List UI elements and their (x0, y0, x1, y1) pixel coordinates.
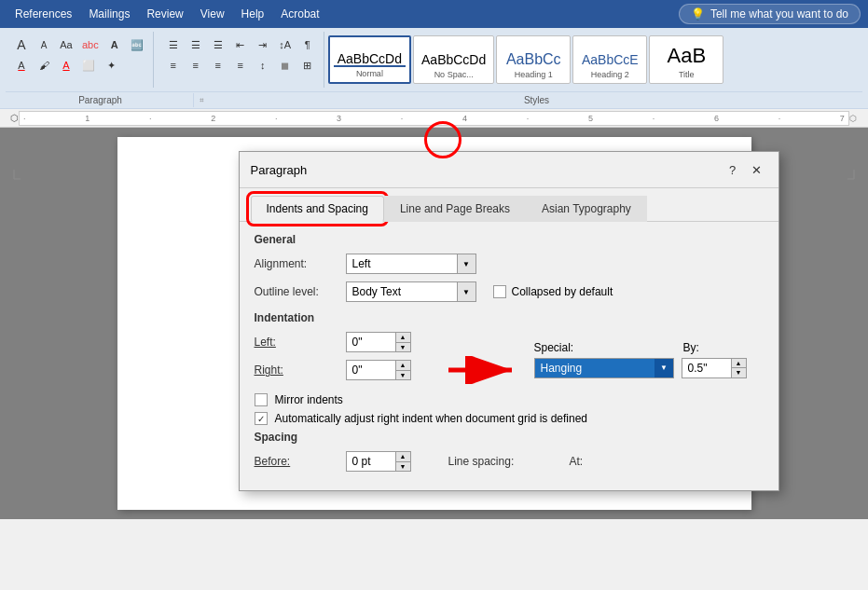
dialog-controls: ? ✕ (723, 159, 767, 180)
outline-combo[interactable]: Body Text ▼ (346, 281, 476, 302)
tab-asian-typography[interactable]: Asian Typography (526, 196, 647, 222)
paragraph-group-label: Paragraph (7, 93, 194, 107)
special-dropdown-btn[interactable]: ▼ (654, 359, 673, 377)
style-title[interactable]: AaB Title (649, 35, 723, 84)
right-indent-down-btn[interactable]: ▼ (396, 371, 410, 380)
multilevel-btn[interactable]: ☰ (208, 35, 228, 54)
style-no-spacing[interactable]: AaBbCcDd No Spac... (413, 35, 494, 84)
paragraph-dialog[interactable]: Paragraph ? ✕ Indents and Spacing Line a… (239, 151, 779, 491)
before-down-btn[interactable]: ▼ (396, 462, 410, 472)
collapsed-checkbox[interactable] (493, 285, 506, 298)
bullets-btn[interactable]: ☰ (163, 35, 184, 54)
menu-help[interactable]: Help (234, 4, 272, 24)
dialog-content: General Alignment: Left ▼ Outline level:… (240, 222, 778, 490)
style-h2-label: Heading 2 (591, 70, 629, 79)
paragraph-expand-btn[interactable]: ⌗ (194, 96, 209, 105)
line-spacing-btn[interactable]: ↕ (253, 56, 273, 75)
bold-char-btn[interactable]: A (104, 35, 125, 54)
tell-me-bar[interactable]: 💡 Tell me what you want to do (679, 4, 861, 24)
right-indent-spinners: ▲ ▼ (395, 361, 410, 379)
align-left-btn[interactable]: ≡ (163, 56, 184, 75)
by-down-btn[interactable]: ▼ (732, 368, 746, 377)
special-by-group: Special: By: Hanging ▼ 0.5" (448, 332, 747, 387)
menu-bar: References Mailings Review View Help Acr… (0, 0, 868, 28)
auto-adjust-label: Automatically adjust right indent when d… (275, 412, 588, 425)
style-heading2[interactable]: AaBbCcE Heading 2 (572, 35, 647, 84)
font-size-increase-btn[interactable]: A (34, 35, 54, 54)
justify-btn[interactable]: ≡ (230, 56, 251, 75)
show-formatting-btn[interactable]: ¶ (297, 35, 318, 54)
highlight-btn[interactable]: 🖌 (34, 56, 54, 75)
clear-format-btn[interactable]: ✦ (101, 56, 121, 75)
tab-indents-spacing[interactable]: Indents and Spacing (251, 196, 384, 222)
right-indent-up-btn[interactable]: ▲ (396, 361, 410, 371)
ruler-left-marker: ⬡ (9, 113, 19, 123)
collapsed-label: Collapsed by default (512, 285, 613, 298)
alignment-dropdown-btn[interactable]: ▼ (457, 254, 475, 273)
left-indent-value: 0" (347, 334, 395, 350)
before-up-btn[interactable]: ▲ (396, 452, 410, 462)
align-right-btn[interactable]: ≡ (208, 56, 228, 75)
by-spin[interactable]: 0.5" ▲ ▼ (682, 358, 747, 378)
style-heading1[interactable]: AaBbCc Heading 1 (496, 35, 571, 84)
decrease-indent-btn[interactable]: ⇤ (230, 35, 251, 54)
doc-area: Paragraph ? ✕ Indents and Spacing Line a… (0, 128, 868, 519)
left-indent-spin[interactable]: 0" ▲ ▼ (346, 332, 411, 352)
by-up-btn[interactable]: ▲ (732, 359, 746, 369)
font-color-btn[interactable]: 🔤 (127, 35, 147, 54)
menu-acrobat[interactable]: Acrobat (273, 4, 326, 24)
font-color2-btn[interactable]: A (56, 56, 76, 75)
before-value: 0 pt (347, 453, 395, 470)
increase-indent-btn[interactable]: ⇥ (253, 35, 273, 54)
outline-dropdown-btn[interactable]: ▼ (457, 282, 475, 301)
special-by-inputs: Hanging ▼ 0.5" ▲ ▼ (534, 358, 747, 378)
change-case-btn[interactable]: Aa (56, 35, 76, 54)
before-spin[interactable]: 0 pt ▲ ▼ (346, 451, 411, 472)
style-normal[interactable]: AaBbCcDd Normal (328, 35, 411, 84)
menu-view[interactable]: View (193, 4, 232, 24)
border-btn[interactable]: ⬜ (78, 56, 99, 75)
general-section-header: General (255, 233, 764, 246)
dialog-help-btn[interactable]: ? (723, 159, 743, 180)
ruler-marks: ·1·2·3·4·5·6·7 (20, 114, 848, 123)
right-indent-value: 0" (347, 362, 395, 378)
shading-btn[interactable]: ◼ (275, 56, 296, 75)
special-by-fields: Special: By: Hanging ▼ 0.5" (534, 341, 747, 378)
outline-row: Outline level: Body Text ▼ Collapsed by … (255, 281, 764, 302)
indentation-header: Indentation (255, 311, 764, 324)
alignment-combo[interactable]: Left ▼ (346, 254, 476, 274)
abc-btn[interactable]: abc (78, 35, 103, 54)
font-size-decrease-btn[interactable]: A (11, 35, 32, 54)
outline-label: Outline level: (255, 285, 338, 298)
right-indent-spin[interactable]: 0" ▲ ▼ (346, 360, 411, 380)
sort-btn[interactable]: ↕A (275, 35, 296, 54)
tab-line-page-breaks[interactable]: Line and Page Breaks (384, 196, 526, 222)
dialog-close-btn[interactable]: ✕ (747, 159, 767, 180)
left-indent-up-btn[interactable]: ▲ (396, 333, 410, 343)
menu-references[interactable]: References (7, 4, 79, 24)
font-color-red-btn[interactable]: A (11, 56, 32, 75)
line-spacing-group: Line spacing: At: (448, 451, 654, 479)
before-spinners: ▲ ▼ (395, 452, 410, 471)
spacing-controls: Before: 0 pt ▲ ▼ Line spaci (255, 451, 764, 479)
alignment-label: Alignment: (255, 257, 338, 270)
right-margin-mark (840, 165, 859, 184)
special-combo[interactable]: Hanging ▼ (534, 358, 674, 378)
indentation-controls: Left: 0" ▲ ▼ Right: (255, 332, 764, 388)
document-page: Paragraph ? ✕ Indents and Spacing Line a… (117, 137, 751, 510)
line-spacing-label: Line spacing: (448, 455, 532, 468)
align-center-btn[interactable]: ≡ (186, 56, 206, 75)
style-title-preview: AaB (667, 44, 706, 68)
left-right-indents: Left: 0" ▲ ▼ Right: (255, 332, 411, 388)
auto-adjust-row: ✓ Automatically adjust right indent when… (255, 412, 764, 425)
ruler: ⬡ ·1·2·3·4·5·6·7 ⬡ (0, 109, 868, 128)
auto-adjust-checkbox[interactable]: ✓ (255, 412, 268, 425)
menu-mailings[interactable]: Mailings (81, 4, 137, 24)
numbering-btn[interactable]: ☰ (186, 35, 206, 54)
left-indent-down-btn[interactable]: ▼ (396, 343, 410, 352)
mirror-indents-checkbox[interactable] (255, 393, 268, 406)
left-indent-row: Left: 0" ▲ ▼ (255, 332, 411, 352)
borders-btn[interactable]: ⊞ (297, 56, 318, 75)
menu-review[interactable]: Review (139, 4, 190, 24)
left-indent-spinners: ▲ ▼ (395, 333, 410, 351)
